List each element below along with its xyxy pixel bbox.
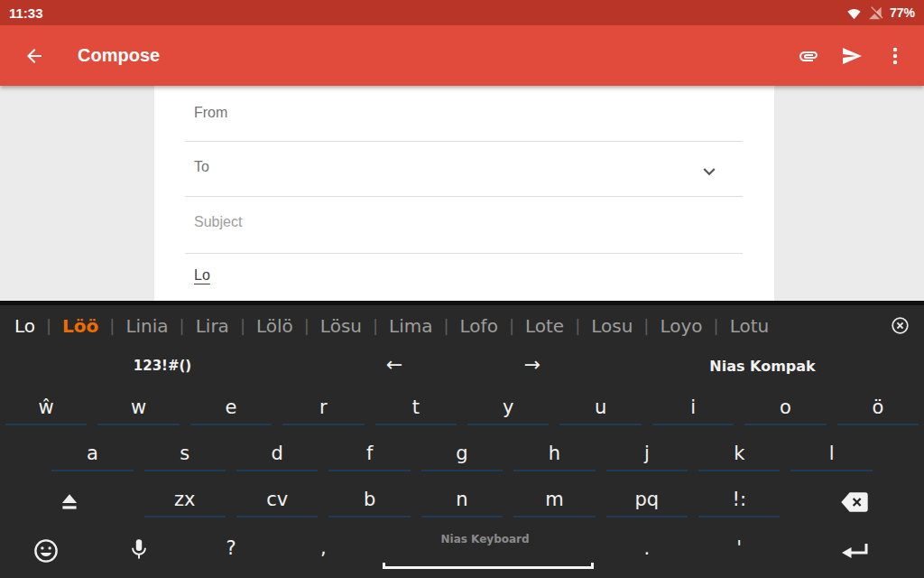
key-label: u: [595, 396, 606, 424]
key-punct[interactable]: !:: [693, 479, 785, 525]
key-n[interactable]: n: [416, 479, 508, 525]
message-body-field[interactable]: Lo: [194, 267, 210, 284]
key-f[interactable]: f: [323, 433, 415, 479]
suggestion-lima[interactable]: Lima: [389, 315, 432, 337]
shift-key[interactable]: [0, 479, 139, 525]
key-g[interactable]: g: [416, 433, 508, 479]
key-o[interactable]: o: [739, 387, 831, 433]
send-button[interactable]: [830, 34, 873, 78]
key-s[interactable]: s: [139, 433, 231, 479]
field-divider: [185, 196, 743, 197]
space-key[interactable]: Nias Keyboard: [370, 525, 601, 577]
close-suggestions-button[interactable]: [891, 316, 910, 335]
key-label: .: [643, 537, 650, 564]
key-label: t: [412, 396, 420, 424]
enter-key[interactable]: [785, 525, 924, 577]
keys-row-3: zxcvbnmpq!:: [0, 479, 924, 525]
symbols-key[interactable]: 123!#(): [134, 358, 191, 374]
cursor-right-key[interactable]: →: [524, 353, 541, 376]
suggestion-lote[interactable]: Lote: [525, 315, 564, 337]
suggestion-losu[interactable]: Losu: [591, 315, 633, 337]
key-label: y: [503, 396, 513, 424]
key-underline: [606, 516, 688, 517]
period-key[interactable]: .: [601, 525, 693, 577]
key-h[interactable]: h: [508, 433, 600, 479]
key-k[interactable]: k: [693, 433, 785, 479]
key-b[interactable]: b: [323, 479, 415, 525]
key-underline: [559, 424, 641, 425]
key-underline: [328, 516, 410, 517]
key-underline: [698, 470, 780, 471]
suggestion-separator: |: [304, 316, 310, 335]
subject-field[interactable]: Subject: [194, 214, 242, 230]
key-underline: [282, 424, 364, 425]
key-ö[interactable]: ö: [832, 387, 924, 433]
keyboard-function-row: 123!#() ← → Nias Kompak: [0, 346, 924, 387]
key-w[interactable]: w: [92, 387, 184, 433]
key-j[interactable]: j: [601, 433, 693, 479]
to-field[interactable]: To: [194, 159, 209, 175]
suggestion-lösu[interactable]: Lösu: [320, 315, 362, 337]
key-e[interactable]: e: [185, 387, 277, 433]
attach-file-button[interactable]: [787, 34, 830, 78]
key-label: pq: [634, 489, 659, 516]
key-t[interactable]: t: [370, 387, 462, 433]
suggestion-lira[interactable]: Lira: [196, 315, 229, 337]
suggestion-separator: |: [643, 316, 649, 335]
suggestion-lölö[interactable]: Lölö: [256, 315, 293, 337]
key-underline: [421, 470, 503, 471]
key-i[interactable]: i: [647, 387, 739, 433]
no-signal-icon: [868, 6, 883, 20]
apostrophe-key[interactable]: ': [693, 525, 785, 577]
suggestion-separator: |: [46, 316, 51, 335]
suggestion-loyo[interactable]: Loyo: [660, 315, 702, 337]
back-button[interactable]: [13, 34, 56, 78]
key-u[interactable]: u: [554, 387, 646, 433]
key-label: n: [456, 489, 467, 516]
key-label: cv: [266, 489, 288, 516]
key-a[interactable]: a: [46, 433, 138, 479]
key-label: ?: [226, 537, 236, 564]
key-zx[interactable]: zx: [139, 479, 231, 525]
key-label: zx: [174, 489, 195, 516]
paperclip-icon: [798, 45, 819, 67]
key-underline: [5, 424, 87, 425]
emoji-key[interactable]: [0, 525, 92, 577]
key-underline: [837, 424, 919, 425]
key-label: w: [131, 396, 146, 424]
key-cv[interactable]: cv: [231, 479, 323, 525]
suggestion-separator: |: [109, 316, 115, 335]
voice-input-key[interactable]: [92, 525, 184, 577]
key-r[interactable]: r: [277, 387, 369, 433]
key-underline: [190, 424, 272, 425]
key-l[interactable]: l: [785, 433, 877, 479]
expand-recipients-button[interactable]: [698, 160, 721, 183]
key-d[interactable]: d: [231, 433, 323, 479]
key-m[interactable]: m: [508, 479, 600, 525]
status-bar: 11:33 77%: [0, 0, 924, 25]
key-underline: [236, 470, 318, 471]
battery-percent: 77%: [890, 5, 915, 20]
comma-key[interactable]: ,: [277, 525, 369, 577]
suggestion-lotu[interactable]: Lotu: [730, 315, 770, 337]
space-key-label: Nias Keyboard: [370, 533, 601, 545]
suggestion-lo[interactable]: Lo: [14, 315, 35, 337]
key-ŵ[interactable]: ŵ: [0, 387, 92, 433]
suggestion-löö[interactable]: Löö: [62, 315, 98, 337]
key-label: s: [180, 443, 189, 470]
suggestion-separator: |: [575, 316, 580, 335]
key-y[interactable]: y: [462, 387, 554, 433]
overflow-menu-button[interactable]: [873, 34, 917, 78]
keys-row-bottom: ? , Nias Keyboard . ': [0, 525, 924, 577]
key-pq[interactable]: pq: [601, 479, 693, 525]
from-field[interactable]: From: [194, 105, 227, 121]
suggestion-linia[interactable]: Linia: [125, 315, 168, 337]
suggestion-lofo[interactable]: Lofo: [460, 315, 498, 337]
question-mark-key[interactable]: ?: [185, 525, 277, 577]
backspace-key[interactable]: [785, 479, 924, 525]
cursor-left-key[interactable]: ←: [386, 353, 402, 376]
field-divider: [185, 141, 743, 142]
key-underline: [421, 516, 503, 517]
send-icon: [841, 45, 863, 67]
key-underline: [513, 516, 595, 517]
